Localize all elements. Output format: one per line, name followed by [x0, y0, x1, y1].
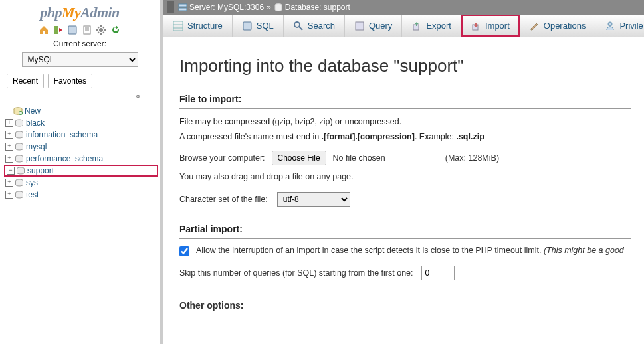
svg-point-30	[294, 22, 300, 27]
sql-icon[interactable]	[67, 25, 78, 35]
tab-export[interactable]: Export	[402, 15, 461, 37]
allow-interruption-checkbox[interactable]	[179, 246, 189, 256]
expander-icon[interactable]: −	[7, 167, 15, 175]
database-icon	[16, 167, 25, 175]
reload-icon[interactable]	[110, 25, 121, 35]
tree-label[interactable]: sys	[26, 177, 38, 189]
tree-new[interactable]: New	[4, 105, 160, 117]
database-icon	[15, 143, 24, 151]
expander-icon[interactable]: +	[5, 179, 13, 187]
database-icon	[15, 191, 24, 199]
tree-label[interactable]: black	[26, 117, 45, 129]
tree-row-sys[interactable]: + sys	[4, 177, 160, 189]
sql-tab-icon	[242, 21, 253, 31]
svg-point-5	[99, 28, 103, 32]
collapse-arrow-icon[interactable]	[167, 1, 174, 13]
server-select[interactable]: MySQL	[22, 52, 138, 67]
home-icon[interactable]	[39, 25, 49, 35]
expander-icon[interactable]: +	[5, 143, 13, 151]
tree-row-performance-schema[interactable]: + performance_schema	[4, 153, 160, 165]
expander-icon[interactable]: +	[5, 155, 13, 163]
link-icon[interactable]: ⚭	[0, 92, 160, 101]
allow-interruption-row: Allow the interruption of an import in c…	[179, 246, 631, 256]
charset-select[interactable]: utf-8	[277, 192, 350, 207]
other-options-heading: Other options:	[179, 300, 631, 311]
tabs: Structure SQL Search Query Export Import…	[163, 15, 644, 37]
charset-row: Character set of the file: utf-8	[179, 192, 631, 207]
svg-line-10	[98, 27, 99, 28]
expander-icon[interactable]: +	[5, 191, 13, 199]
tree-label[interactable]: New	[25, 105, 41, 117]
tree-label[interactable]: test	[26, 189, 39, 201]
logout-icon[interactable]	[53, 25, 64, 35]
tree-label[interactable]: performance_schema	[26, 153, 103, 165]
query-icon	[354, 21, 365, 31]
skip-queries-input[interactable]	[421, 266, 455, 280]
recent-button[interactable]: Recent	[7, 74, 44, 88]
tab-label: Operations	[544, 21, 586, 31]
compress-help: File may be compressed (gzip, bzip2, zip…	[179, 116, 631, 144]
drag-drop-hint: You may also drag and drop a file on any…	[179, 172, 631, 181]
docs-icon[interactable]	[82, 25, 92, 35]
svg-rect-26	[173, 21, 183, 31]
expander-icon[interactable]: +	[5, 119, 13, 127]
tab-sql[interactable]: SQL	[233, 15, 284, 37]
tree-label[interactable]: information_schema	[26, 129, 98, 141]
choose-file-button[interactable]: Choose File	[272, 151, 326, 165]
tab-structure[interactable]: Structure	[163, 15, 233, 37]
tab-import[interactable]: Import	[461, 15, 520, 37]
database-icon	[15, 155, 24, 163]
breadcrumb-sep: »	[267, 3, 271, 12]
tab-label: Export	[426, 21, 451, 31]
content: Importing into the database "support" Fi…	[163, 37, 644, 317]
breadcrumb: Server: MySQL:3306 » Database: support	[163, 0, 644, 15]
tree-row-mysql[interactable]: + mysql	[4, 141, 160, 153]
favorites-button[interactable]: Favorites	[48, 74, 92, 88]
privileges-icon	[605, 21, 615, 31]
tree-row-information-schema[interactable]: + information_schema	[4, 129, 160, 141]
file-section-heading: File to import:	[179, 94, 631, 104]
breadcrumb-server[interactable]: Server: MySQL:3306	[189, 3, 264, 12]
skip-label: Skip this number of queries (for SQL) st…	[179, 268, 413, 278]
svg-rect-32	[356, 22, 364, 30]
logo[interactable]: phpMyAdmin	[0, 0, 160, 23]
database-icon	[15, 179, 24, 187]
skip-queries-row: Skip this number of queries (for SQL) st…	[179, 266, 631, 280]
tab-query[interactable]: Query	[345, 15, 402, 37]
operations-icon	[529, 21, 540, 31]
tab-label: Query	[369, 21, 392, 31]
svg-line-12	[98, 32, 99, 33]
database-icon	[274, 3, 283, 12]
main: Server: MySQL:3306 » Database: support S…	[163, 0, 644, 344]
database-icon	[15, 131, 24, 139]
allow-interruption-label: Allow the interruption of an import in c…	[196, 246, 624, 255]
tab-privileges[interactable]: Privile	[595, 15, 644, 37]
search-icon	[293, 21, 304, 31]
tab-label: SQL	[257, 21, 274, 31]
tab-search[interactable]: Search	[284, 15, 345, 37]
svg-line-31	[299, 27, 302, 30]
expander-icon[interactable]: +	[5, 131, 13, 139]
svg-rect-1	[68, 26, 76, 34]
server-icon	[178, 3, 187, 12]
svg-rect-24	[179, 8, 187, 11]
breadcrumb-database[interactable]: Database: support	[285, 3, 350, 12]
export-icon	[411, 21, 422, 31]
tree-row-support[interactable]: − support	[4, 165, 158, 177]
divider-line	[179, 108, 631, 109]
charset-label: Character set of the file:	[179, 195, 268, 204]
svg-rect-0	[54, 26, 58, 34]
tree-row-black[interactable]: + black	[4, 117, 160, 129]
database-icon	[15, 119, 24, 127]
tree-row-test[interactable]: + test	[4, 189, 160, 201]
svg-point-35	[608, 22, 612, 26]
svg-line-11	[103, 32, 104, 33]
tab-label: Privile	[619, 21, 643, 31]
tab-operations[interactable]: Operations	[520, 15, 596, 37]
tree-label[interactable]: mysql	[26, 141, 47, 153]
gear-icon[interactable]	[96, 25, 106, 35]
svg-line-13	[103, 27, 104, 28]
tree-label[interactable]: support	[27, 165, 54, 177]
browse-label: Browse your computer:	[179, 153, 265, 163]
max-size: (Max: 128MiB)	[445, 153, 499, 163]
